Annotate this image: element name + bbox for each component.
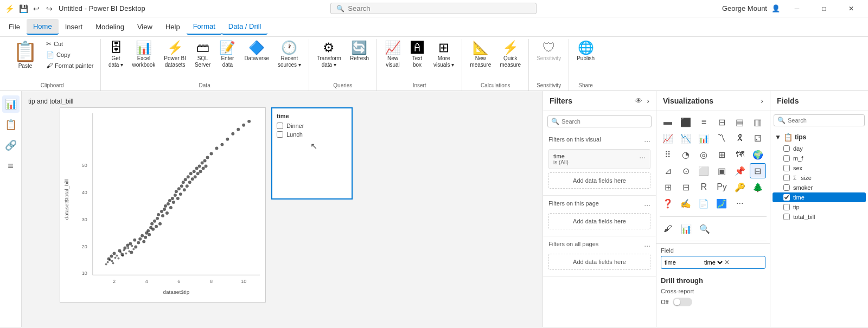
cut-button[interactable]: ✂ Cut [44,39,96,49]
more-visuals-button[interactable]: ⊞ Morevisuals ▾ [430,39,457,70]
fields-search-input[interactable] [788,117,861,124]
viz-clustered-bar[interactable]: ≡ [695,114,712,130]
redo-icon[interactable]: ↪ [44,4,54,14]
filters-on-page-menu[interactable]: ··· [644,201,650,209]
viz-multi-row-card[interactable]: ▣ [713,163,730,178]
menu-home[interactable]: Home [27,19,59,35]
add-data-visual-button[interactable]: Add data fields here [548,172,650,189]
viz-field-dropdown[interactable]: time [702,259,724,266]
tip-checkbox[interactable] [783,204,790,210]
menu-insert[interactable]: Insert [59,20,90,34]
dataverse-button[interactable]: 🔷 Dataverse [241,39,272,64]
sex-checkbox[interactable] [783,165,790,171]
menu-view[interactable]: View [131,20,159,34]
viz-search-small[interactable]: 🔍 [697,221,713,236]
viz-decomp-tree[interactable]: 🌲 [750,179,766,195]
day-checkbox[interactable] [783,145,790,152]
viz-field-input[interactable]: time time ✕ [661,256,765,269]
viz-field-clear-button[interactable]: ✕ [724,259,762,266]
viz-waterfall[interactable]: ⚁ [750,131,766,146]
dinner-checkbox[interactable] [277,123,283,129]
menu-data-drill[interactable]: Data / Drill [222,19,268,35]
scatter-plot-visual[interactable]: 10 20 30 40 50 2 4 6 8 10 dataset$tip da… [60,107,266,303]
copy-button[interactable]: 📄 Copy [44,50,96,60]
time-filter-field[interactable]: ··· time is (All) [548,149,650,169]
viz-clustered-column[interactable]: ⊟ [713,114,730,130]
viz-stacked-bar[interactable]: ▬ [660,114,676,130]
new-visual-button[interactable]: 📈 Newvisual [381,39,404,70]
refresh-button[interactable]: 🔄 Refresh [347,39,372,64]
sql-server-button[interactable]: 🗃 SQLServer [192,39,214,70]
field-tip[interactable]: tip [773,202,866,212]
powerbi-datasets-button[interactable]: ⚡ Power BIdatasets [161,39,189,70]
viz-line[interactable]: 📈 [660,131,676,146]
viz-qa[interactable]: ❓ [660,196,676,211]
viz-table[interactable]: ⊞ [660,179,676,195]
lunch-checkbox[interactable] [277,131,283,138]
viz-r-script[interactable]: R [695,179,712,195]
menu-help[interactable]: Help [159,20,187,34]
filters-search-input[interactable] [561,118,648,125]
viz-line-clustered[interactable]: 〽 [713,131,730,146]
fields-search-box[interactable]: 🔍 [774,114,865,126]
quick-measure-button[interactable]: ⚡ Quickmeasure [496,39,524,70]
excel-button[interactable]: 📊 Excelworkbook [129,39,159,70]
viz-treemap[interactable]: ⊞ [713,147,730,162]
time-checkbox[interactable] [783,194,790,201]
report-view-icon[interactable]: 📊 [2,95,20,113]
field-time[interactable]: time [773,192,866,202]
undo-icon[interactable]: ↩ [31,4,41,14]
viz-ribbon[interactable]: 🎗 [732,131,748,146]
data-view-icon[interactable]: 📋 [2,116,20,133]
global-search-box[interactable]: 🔍 [330,3,537,14]
global-search-input[interactable] [348,4,531,12]
mf-checkbox[interactable] [783,155,790,162]
filter-expand-icon[interactable]: › [647,97,649,105]
viz-filled-map[interactable]: 🌍 [750,147,766,162]
paste-button[interactable]: 📋 Paste [9,39,42,70]
viz-100-stacked-column[interactable]: ▥ [750,114,766,130]
total-bill-checkbox[interactable] [783,214,790,220]
canvas-area[interactable]: tip and total_bill 10 20 30 40 50 2 4 6 … [22,91,542,327]
viz-smart-narrative[interactable]: ✍ [678,196,694,211]
enter-data-button[interactable]: 📝 Enterdata [216,39,239,70]
size-checkbox[interactable] [783,175,790,181]
field-sex[interactable]: sex [773,163,866,173]
viz-python[interactable]: Py [713,179,730,195]
viz-analytics[interactable]: 📊 [678,221,694,236]
field-smoker[interactable]: smoker [773,183,866,192]
viz-slicer[interactable]: ⊟ [750,163,766,178]
viz-key-influencers[interactable]: 🔑 [732,179,748,195]
viz-100-stacked-bar[interactable]: ▤ [732,114,748,130]
viz-gauge[interactable]: ⊙ [678,163,694,178]
viz-more[interactable]: ··· [732,196,748,211]
viz-matrix[interactable]: ⊟ [678,179,694,195]
get-data-button[interactable]: 🗄 Getdata ▾ [105,39,127,70]
filters-on-visual-menu[interactable]: ··· [644,137,650,145]
model-view-icon[interactable]: 🔗 [2,137,20,154]
viz-card[interactable]: ⬜ [695,163,712,178]
recent-sources-button[interactable]: 🕐 Recentsources ▾ [275,39,304,70]
menu-file[interactable]: File [2,20,27,34]
field-size[interactable]: Σ size [773,173,866,183]
field-day[interactable]: day [773,144,866,153]
text-box-button[interactable]: 🅰 Textbox [406,39,428,70]
new-measure-button[interactable]: 📐 Newmeasure [467,39,494,70]
maximize-button[interactable]: □ [812,0,837,17]
format-painter-button[interactable]: 🖌 Format painter [44,61,96,70]
dax-icon[interactable]: ≡ [2,157,20,175]
save-icon[interactable]: 💾 [18,4,28,14]
add-data-page-button[interactable]: Add data fields here [548,213,650,229]
viz-line-stacked[interactable]: 📊 [695,131,712,146]
transform-data-button[interactable]: ⚙ Transformdata ▾ [314,39,344,70]
viz-format-paint[interactable]: 🖌 [660,221,676,236]
field-mf[interactable]: m_f [773,153,866,163]
viz-paginated[interactable]: 📄 [695,196,712,211]
menu-format[interactable]: Format [187,19,222,35]
viz-area[interactable]: 📉 [678,131,694,146]
filter-eye-icon[interactable]: 👁 [635,97,642,105]
viz-stacked-column[interactable]: ⬛ [678,114,694,130]
close-button[interactable]: ✕ [839,0,864,17]
viz-kpi[interactable]: 📌 [732,163,748,178]
filters-all-pages-menu[interactable]: ··· [644,241,650,250]
